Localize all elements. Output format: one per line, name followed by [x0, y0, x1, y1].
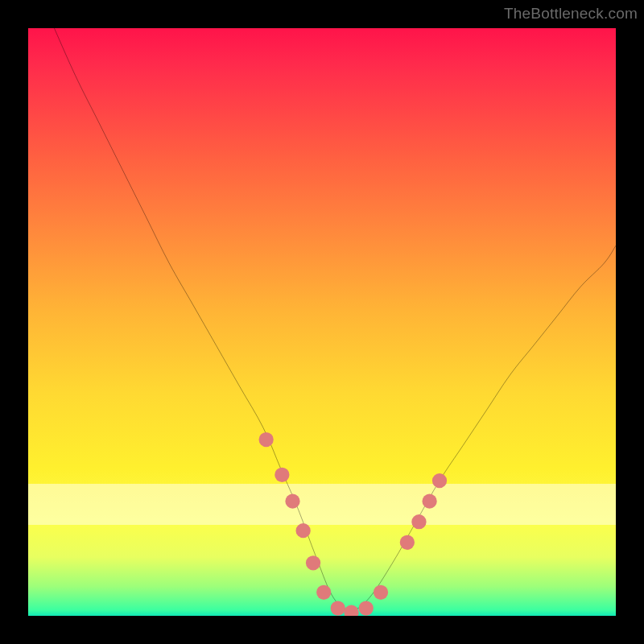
- chart-container: TheBottleneck.com: [0, 0, 644, 644]
- curve-marker: [432, 473, 447, 488]
- curve-marker: [359, 601, 374, 615]
- curve-marker: [259, 432, 274, 447]
- curve-marker: [374, 585, 388, 600]
- curve-marker: [275, 468, 289, 482]
- plot-area: [28, 28, 616, 616]
- curve-marker: [344, 605, 358, 616]
- bottleneck-curve: [28, 28, 616, 610]
- curve-marker: [306, 555, 320, 570]
- curve-marker: [422, 494, 436, 509]
- curve-marker: [411, 514, 426, 529]
- chart-svg: [28, 28, 616, 616]
- watermark-text: TheBottleneck.com: [504, 5, 638, 23]
- curve-marker: [331, 601, 345, 615]
- curve-markers: [259, 432, 448, 616]
- curve-marker: [296, 523, 311, 538]
- curve-marker: [316, 585, 331, 600]
- curve-marker: [285, 494, 299, 509]
- curve-marker: [400, 535, 415, 550]
